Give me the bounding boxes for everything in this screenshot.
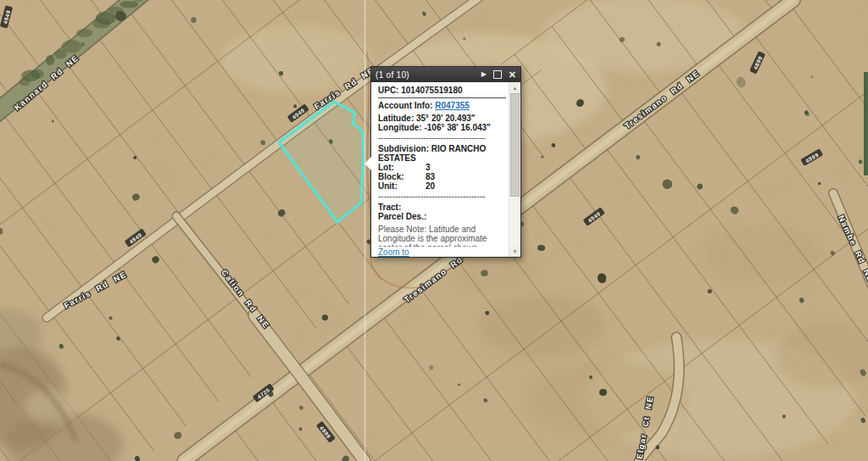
unit-value: 20	[426, 181, 435, 191]
block-label: Block:	[378, 172, 426, 181]
account-info-row: Account Info: R047355	[378, 101, 506, 110]
popup-content: UPC: 1014075519180 Account Info: R047355…	[371, 82, 520, 257]
tract-label: Tract:	[378, 203, 506, 212]
latitude-value: Latitude: 35° 20' 20.493"	[378, 114, 506, 123]
next-result-button[interactable]: ▶	[481, 71, 487, 78]
map-application: Kannard Rd NE Farris Rd NE Farris Rd NE …	[0, 0, 868, 461]
unit-label: Unit:	[378, 181, 426, 191]
account-link[interactable]: R047355	[435, 101, 470, 110]
popup-pointer	[364, 157, 371, 170]
maximize-icon	[493, 70, 502, 79]
longitude-value: Longitude: -106° 38' 16.043"	[378, 123, 506, 132]
rule-line	[378, 97, 506, 98]
lot-value: 3	[426, 163, 431, 172]
lot-row: Lot:3	[378, 163, 506, 172]
green-vegetation-strip	[864, 72, 868, 175]
next-arrow-icon: ▶	[481, 71, 487, 78]
note-text: Please Note: Latitude and Longitude is t…	[378, 225, 506, 247]
close-button[interactable]: ✕	[509, 70, 516, 80]
parcel-info-popup: (1 of 10) ▶ ✕ UPC: 1014075519180 Account…	[370, 66, 521, 258]
maximize-button[interactable]	[493, 70, 502, 79]
popup-titlebar[interactable]: (1 of 10) ▶ ✕	[371, 67, 520, 82]
dashed-divider: --------------------------------------	[378, 192, 506, 201]
subdivision-value: Subdivision: RIO RANCHO ESTATES	[378, 144, 506, 163]
scroll-up-icon: ▲	[513, 86, 518, 91]
dashed-divider: --------------------------------------	[378, 134, 506, 142]
lot-label: Lot:	[378, 163, 426, 172]
account-info-label: Account Info:	[378, 101, 435, 110]
scrollbar-thumb[interactable]	[510, 93, 520, 197]
popup-title: (1 of 10)	[376, 70, 475, 80]
popup-scrollbar[interactable]: ▲ ▼	[509, 82, 520, 257]
scroll-down-icon: ▼	[513, 249, 518, 254]
zoom-to-link[interactable]: Zoom to	[378, 247, 409, 257]
unit-row: Unit:20	[378, 181, 506, 191]
parcel-des-label: Parcel Des.:	[378, 212, 506, 221]
scroll-up-button[interactable]: ▲	[509, 82, 520, 93]
block-row: Block:83	[378, 172, 506, 181]
block-value: 83	[426, 172, 435, 181]
close-icon: ✕	[509, 70, 516, 80]
scroll-down-button[interactable]: ▼	[509, 246, 520, 257]
upc-value: UPC: 1014075519180	[378, 86, 506, 95]
